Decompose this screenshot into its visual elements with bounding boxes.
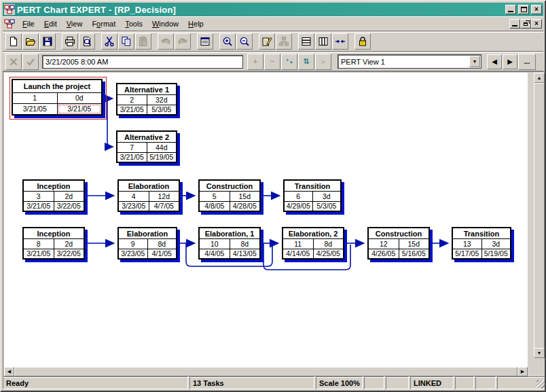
new-button[interactable] [5, 33, 22, 50]
open-button[interactable] [22, 33, 39, 50]
task-duration[interactable]: 32d [147, 95, 177, 104]
task-finish[interactable]: 4/1/05 [148, 249, 177, 258]
task-finish[interactable]: 4/13/05 [230, 249, 260, 258]
view-selector[interactable]: PERT View 1 ▼ [338, 54, 481, 69]
task-start[interactable]: 3/23/05 [119, 249, 148, 258]
task-id[interactable]: 13 [453, 239, 482, 248]
child-restore-button[interactable] [520, 19, 531, 29]
zoom-in-button[interactable] [219, 33, 236, 50]
task-id[interactable]: 8 [24, 239, 54, 248]
layout-rows-button[interactable] [298, 33, 314, 50]
task-duration[interactable]: 15d [399, 239, 429, 248]
task-duration[interactable]: 0d [58, 93, 102, 103]
accept-edit-button[interactable] [22, 54, 39, 70]
task-start[interactable]: 4/26/05 [369, 249, 399, 258]
task-duration[interactable]: 3d [482, 239, 511, 248]
task-finish[interactable]: 4/25/05 [314, 249, 344, 258]
vertical-scrollbar-thumb[interactable] [534, 83, 545, 358]
task-id[interactable]: 10 [200, 239, 230, 248]
pert-canvas[interactable]: Launch the project 1 0d 3/21/05 3/21/05 … [4, 73, 528, 368]
cut-button[interactable] [101, 33, 117, 50]
zoom-out-button[interactable] [236, 33, 253, 50]
task-duration[interactable]: 2d [54, 239, 84, 248]
task-duration[interactable]: 44d [147, 143, 177, 152]
resize-grip[interactable] [536, 380, 545, 389]
task-start[interactable]: 4/4/05 [200, 249, 230, 258]
task-duration[interactable]: 15d [230, 192, 260, 200]
compress-boxes-button[interactable] [332, 33, 348, 50]
task-finish[interactable]: 5/3/05 [147, 105, 177, 114]
task-duration[interactable]: 12d [149, 192, 179, 200]
document-icon[interactable] [4, 18, 15, 29]
child-minimize-button[interactable] [509, 19, 520, 29]
menu-help[interactable]: Help [183, 18, 208, 30]
task-finish[interactable]: 3/21/05 [58, 104, 102, 114]
menu-file[interactable]: File [18, 18, 39, 30]
task-finish[interactable]: 5/19/05 [482, 249, 511, 258]
task-node[interactable]: Elaboration 4 12d 3/23/05 4/7/05 [117, 179, 180, 212]
task-id[interactable]: 6 [285, 192, 313, 200]
task-duration[interactable]: 3d [313, 192, 341, 200]
more-views-button[interactable]: ... [518, 54, 536, 70]
task-node[interactable]: Elaboration 9 8d 3/23/05 4/1/05 [117, 227, 177, 260]
insert-multiple-button[interactable]: ⁺₊ [281, 54, 297, 70]
delete-task-button[interactable]: − [264, 54, 280, 70]
remove-links-button[interactable]: ₌ [315, 54, 331, 70]
task-finish[interactable]: 5/19/05 [147, 153, 177, 162]
task-node[interactable]: Elaboration, 2 11 8d 4/14/05 4/25/05 [282, 227, 344, 260]
task-node[interactable]: Alternative 2 7 44d 3/21/05 5/19/05 [116, 130, 177, 163]
redo-button[interactable] [175, 33, 191, 50]
task-start[interactable]: 4/14/05 [283, 249, 314, 258]
task-id[interactable]: 9 [119, 239, 148, 248]
next-view-button[interactable]: ▶ [503, 54, 517, 69]
vertical-scrollbar[interactable]: ▲ ▼ [534, 73, 545, 368]
task-finish[interactable]: 3/22/05 [54, 202, 84, 211]
task-finish[interactable]: 5/3/05 [313, 202, 341, 211]
task-start[interactable]: 3/21/05 [13, 104, 58, 114]
insert-task-button[interactable]: + [247, 54, 263, 70]
task-node[interactable]: Inception 3 2d 3/21/05 3/22/05 [22, 179, 85, 212]
datasheet-button[interactable] [197, 33, 213, 50]
task-start[interactable]: 3/21/05 [117, 105, 147, 114]
task-start[interactable]: 3/21/05 [24, 202, 54, 211]
cancel-edit-button[interactable] [5, 54, 22, 70]
task-start[interactable]: 3/23/05 [119, 202, 149, 211]
task-finish[interactable]: 3/22/05 [54, 249, 84, 258]
print-button[interactable] [62, 33, 78, 50]
close-button[interactable]: × [531, 5, 542, 14]
reorder-button[interactable]: ⇅ [298, 54, 314, 70]
paste-button[interactable] [135, 33, 151, 50]
task-id[interactable]: 4 [119, 192, 149, 200]
copy-button[interactable] [118, 33, 134, 50]
task-start[interactable]: 3/21/05 [24, 249, 54, 258]
task-id[interactable]: 12 [369, 239, 399, 248]
task-node[interactable]: Transition 13 3d 5/17/05 5/19/05 [452, 227, 511, 260]
menu-edit[interactable]: Edit [39, 18, 62, 30]
org-chart-button[interactable] [276, 33, 292, 50]
edit-notes-button[interactable] [259, 33, 275, 50]
menu-window[interactable]: Window [147, 18, 183, 30]
task-edit-input[interactable] [42, 55, 243, 69]
task-start[interactable]: 4/8/05 [200, 202, 230, 211]
menu-view[interactable]: View [62, 18, 88, 30]
task-duration[interactable]: 8d [230, 239, 260, 248]
menu-tools[interactable]: Tools [120, 18, 147, 30]
lock-button[interactable] [354, 33, 371, 50]
scroll-down-icon[interactable]: ▼ [534, 348, 545, 358]
task-duration[interactable]: 8d [314, 239, 344, 248]
task-duration[interactable]: 2d [54, 192, 84, 200]
task-node[interactable]: Transition 6 3d 4/29/05 5/3/05 [283, 179, 342, 212]
print-preview-button[interactable] [79, 33, 95, 50]
task-start[interactable]: 5/17/05 [453, 249, 482, 258]
task-id[interactable]: 2 [117, 95, 147, 104]
task-finish[interactable]: 4/7/05 [149, 202, 179, 211]
task-node[interactable]: Inception 8 2d 3/21/05 3/22/05 [22, 227, 85, 260]
task-start[interactable]: 4/29/05 [285, 202, 313, 211]
task-id[interactable]: 7 [117, 143, 147, 152]
menu-format[interactable]: Format [87, 18, 120, 30]
task-id[interactable]: 1 [13, 93, 58, 103]
minimize-button[interactable] [505, 5, 516, 14]
task-start[interactable]: 3/21/05 [117, 153, 147, 162]
task-id[interactable]: 5 [200, 192, 230, 200]
task-finish[interactable]: 4/28/05 [230, 202, 260, 211]
